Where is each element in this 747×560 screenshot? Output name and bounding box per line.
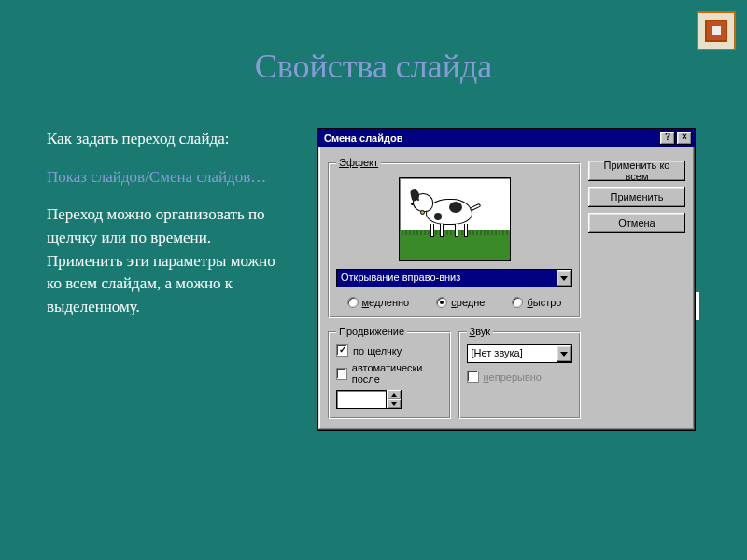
- advance-time-input[interactable]: [336, 390, 402, 409]
- close-button[interactable]: ×: [677, 132, 692, 145]
- sound-group: Звук [Нет звука] непрерывно: [458, 326, 582, 419]
- dropdown-arrow-icon[interactable]: [557, 270, 571, 287]
- explanation-text: Как задать переход слайда: Показ слайдов…: [47, 128, 289, 431]
- advance-legend: Продвижение: [336, 326, 407, 337]
- radio-icon: [512, 297, 523, 308]
- intro-heading: Как задать переход слайда:: [47, 128, 289, 151]
- spin-down-icon[interactable]: [387, 399, 402, 409]
- effect-combo[interactable]: Открывание вправо-вниз: [336, 269, 572, 287]
- slide-transition-dialog: Смена слайдов ? × Эффект: [317, 128, 696, 431]
- advance-onclick-option[interactable]: по щелчку: [336, 344, 443, 357]
- radio-icon: [347, 297, 359, 308]
- dropdown-arrow-icon[interactable]: [557, 345, 571, 362]
- effect-selected: Открывание вправо-вниз: [337, 270, 557, 287]
- effect-group: Эффект: [328, 157, 581, 318]
- sound-legend: Звук: [467, 326, 494, 337]
- advance-auto-option[interactable]: автоматически после: [336, 362, 443, 385]
- apply-all-button[interactable]: Применить ко всем: [588, 161, 685, 181]
- time-field[interactable]: [336, 390, 387, 409]
- sound-selected: [Нет звука]: [468, 345, 557, 362]
- menu-path: Показ слайдов/Смена слайдов…: [47, 166, 289, 189]
- page-title: Свойства слайда: [0, 0, 747, 86]
- help-button[interactable]: ?: [660, 132, 675, 145]
- sound-loop-option: непрерывно: [467, 371, 573, 383]
- dialog-titlebar[interactable]: Смена слайдов ? ×: [318, 129, 695, 147]
- effect-preview[interactable]: [399, 177, 511, 261]
- checkbox-icon: [336, 344, 348, 357]
- dialog-title: Смена слайдов: [324, 133, 658, 144]
- cancel-button[interactable]: Отмена: [588, 213, 685, 233]
- checkbox-icon: [467, 371, 479, 383]
- corner-ornament: [697, 11, 736, 50]
- intro-desc: Переход можно организовать по щелчку или…: [47, 203, 289, 318]
- checkbox-icon: [336, 368, 347, 380]
- text-cursor: [696, 292, 699, 320]
- speed-slow-option[interactable]: медленно: [347, 297, 410, 308]
- radio-icon: [436, 297, 447, 308]
- speed-fast-option[interactable]: быстро: [512, 297, 561, 308]
- speed-medium-option[interactable]: средне: [436, 297, 485, 308]
- effect-legend: Эффект: [336, 157, 381, 168]
- sound-combo[interactable]: [Нет звука]: [467, 344, 573, 363]
- spin-up-icon[interactable]: [387, 390, 402, 399]
- advance-group: Продвижение по щелчку автоматически посл…: [328, 326, 451, 419]
- apply-button[interactable]: Применить: [588, 187, 685, 207]
